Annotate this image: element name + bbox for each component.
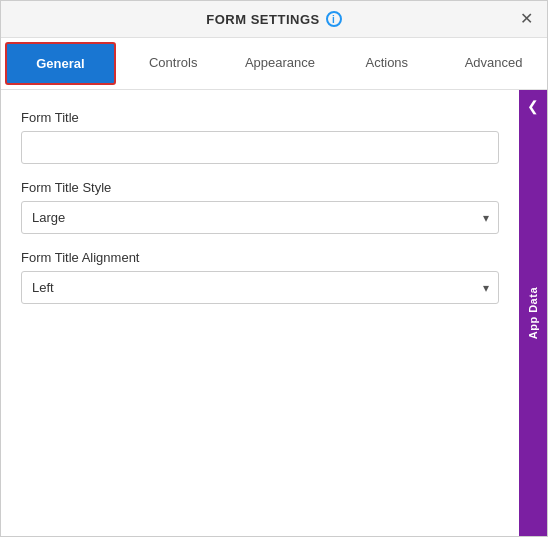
form-title-group: Form Title [21, 110, 499, 164]
modal-body: Form Title Form Title Style Large Medium… [1, 90, 547, 536]
modal-header: FORM SETTINGS i ✕ [1, 1, 547, 38]
form-title-input[interactable] [21, 131, 499, 164]
form-title-alignment-wrapper: Left Center Right ▾ [21, 271, 499, 304]
form-title-alignment-select[interactable]: Left Center Right [21, 271, 499, 304]
app-data-panel[interactable]: ❮ App Data [519, 90, 547, 536]
form-settings-modal: FORM SETTINGS i ✕ General Controls Appea… [0, 0, 548, 537]
form-title-style-label: Form Title Style [21, 180, 499, 195]
form-title-style-wrapper: Large Medium Small ▾ [21, 201, 499, 234]
form-title-label: Form Title [21, 110, 499, 125]
form-content: Form Title Form Title Style Large Medium… [1, 90, 519, 536]
modal-title-text: FORM SETTINGS [206, 12, 319, 27]
form-title-style-select[interactable]: Large Medium Small [21, 201, 499, 234]
tab-actions[interactable]: Actions [333, 38, 440, 89]
tabs-bar: General Controls Appearance Actions Adva… [1, 38, 547, 90]
app-data-label: App Data [527, 287, 539, 339]
form-title-alignment-group: Form Title Alignment Left Center Right ▾ [21, 250, 499, 304]
modal-title: FORM SETTINGS i [206, 11, 341, 27]
form-title-style-group: Form Title Style Large Medium Small ▾ [21, 180, 499, 234]
close-button[interactable]: ✕ [520, 11, 533, 27]
collapse-arrow-icon: ❮ [527, 98, 539, 114]
tab-advanced[interactable]: Advanced [440, 38, 547, 89]
form-title-alignment-label: Form Title Alignment [21, 250, 499, 265]
tab-general[interactable]: General [5, 42, 116, 85]
tab-appearance[interactable]: Appearance [227, 38, 334, 89]
tab-controls[interactable]: Controls [120, 38, 227, 89]
info-icon[interactable]: i [326, 11, 342, 27]
